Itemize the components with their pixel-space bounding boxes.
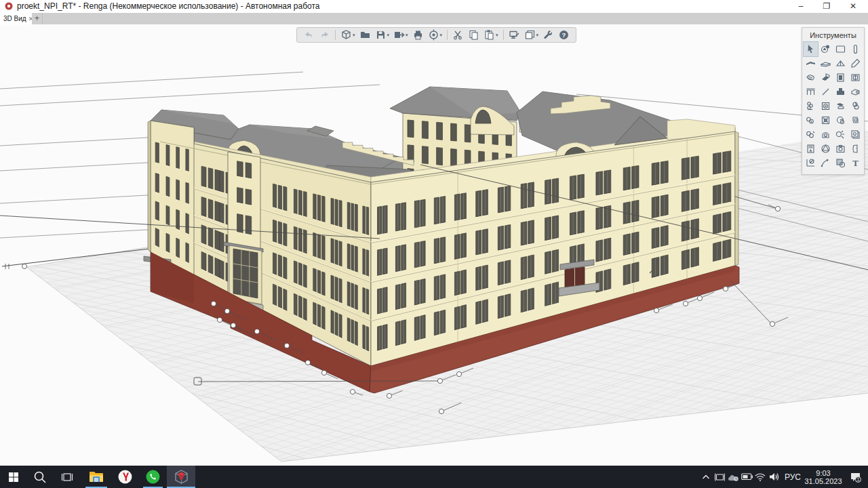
svg-text:T: T: [852, 158, 859, 168]
svg-text:1: 1: [856, 476, 859, 483]
svg-text:?: ?: [562, 31, 566, 39]
